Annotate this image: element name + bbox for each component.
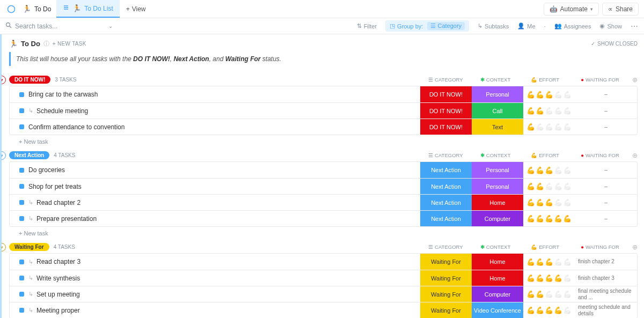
task-row[interactable]: ↳Meeting properWaiting ForVideo Conferen… bbox=[10, 302, 637, 318]
waiting-for-cell[interactable]: finish chapter 2 bbox=[575, 254, 637, 270]
category-cell[interactable]: Next Action bbox=[420, 162, 472, 178]
collapse-group-button[interactable]: ▾ bbox=[0, 243, 6, 252]
effort-cell[interactable]: 💪💪💪💪💪 bbox=[523, 195, 575, 210]
effort-cell[interactable]: 💪💪💪💪💪 bbox=[523, 270, 575, 286]
collapse-group-button[interactable]: ▾ bbox=[0, 76, 6, 84]
me-button[interactable]: 👤 Me bbox=[517, 23, 535, 29]
task-row[interactable]: ↳Write synthesisWaiting ForHome💪💪💪💪💪fini… bbox=[10, 270, 637, 286]
effort-cell[interactable]: 💪💪💪💪💪 bbox=[523, 119, 575, 135]
context-cell[interactable]: Personal bbox=[472, 162, 523, 178]
category-cell[interactable]: Waiting For bbox=[420, 286, 472, 302]
col-category[interactable]: ☰CATEGORY bbox=[421, 76, 471, 84]
effort-cell[interactable]: 💪💪💪💪💪 bbox=[523, 86, 575, 102]
task-row[interactable]: ↳Set up meetingWaiting ForComputer💪💪💪💪💪f… bbox=[10, 286, 637, 302]
home-circle-icon[interactable] bbox=[5, 3, 17, 15]
status-square[interactable] bbox=[19, 308, 24, 313]
context-cell[interactable]: Personal bbox=[472, 86, 523, 102]
status-square[interactable] bbox=[19, 184, 24, 189]
category-cell[interactable]: Next Action bbox=[420, 195, 472, 210]
automate-button[interactable]: 🤖 Automate ▾ bbox=[544, 3, 599, 16]
waiting-for-cell[interactable]: finish chapter 3 bbox=[575, 270, 637, 286]
task-row[interactable]: ↳Prepare presentationNext ActionComputer… bbox=[10, 210, 637, 226]
filter-button[interactable]: ⇅ Filter bbox=[357, 23, 377, 29]
col-effort[interactable]: 💪EFFORT bbox=[520, 152, 570, 159]
effort-cell[interactable]: 💪💪💪💪💪 bbox=[523, 302, 575, 318]
status-square[interactable] bbox=[19, 92, 24, 97]
waiting-for-cell[interactable]: – bbox=[575, 195, 637, 210]
task-row[interactable]: Do groceriesNext ActionPersonal💪💪💪💪💪– bbox=[10, 162, 637, 178]
col-effort[interactable]: 💪EFFORT bbox=[520, 243, 570, 251]
share-button[interactable]: ∝ Share bbox=[602, 3, 639, 16]
waiting-for-cell[interactable]: – bbox=[575, 119, 637, 135]
status-pill[interactable]: Next Action bbox=[9, 151, 49, 159]
status-square[interactable] bbox=[19, 108, 24, 113]
col-effort[interactable]: 💪EFFORT bbox=[520, 76, 570, 84]
col-context[interactable]: ✱CONTEXT bbox=[471, 152, 521, 159]
new-task-button[interactable]: + New task bbox=[19, 138, 638, 145]
task-title[interactable]: Set up meeting bbox=[36, 291, 80, 298]
task-row[interactable]: ↳Read chapter 2Next ActionHome💪💪💪💪💪– bbox=[10, 194, 637, 210]
col-waiting[interactable]: ●WAITING FOR bbox=[570, 243, 630, 251]
status-square[interactable] bbox=[19, 260, 24, 264]
status-pill[interactable]: Waiting For bbox=[9, 243, 49, 251]
status-square[interactable] bbox=[19, 124, 24, 129]
add-column-button[interactable]: ⊕ bbox=[632, 76, 638, 84]
effort-cell[interactable]: 💪💪💪💪💪 bbox=[523, 162, 575, 178]
waiting-for-cell[interactable]: – bbox=[575, 103, 637, 119]
category-cell[interactable]: DO IT NOW! bbox=[420, 103, 472, 119]
category-cell[interactable]: Waiting For bbox=[420, 302, 472, 318]
task-title[interactable]: Meeting proper bbox=[36, 307, 80, 314]
show-closed-button[interactable]: ✓ SHOW CLOSED bbox=[591, 41, 638, 47]
task-title[interactable]: Shop for pet treats bbox=[28, 183, 82, 190]
new-task-button[interactable]: + New task bbox=[19, 230, 638, 236]
show-button[interactable]: ◉ Show bbox=[599, 23, 622, 29]
context-cell[interactable]: Home bbox=[472, 270, 523, 286]
task-title[interactable]: Confirm attendance to convention bbox=[28, 123, 125, 131]
tab-to-do-list[interactable]: 🏃 To Do List bbox=[56, 0, 119, 18]
context-cell[interactable]: Home bbox=[472, 254, 523, 270]
effort-cell[interactable]: 💪💪💪💪💪 bbox=[523, 254, 575, 270]
col-waiting[interactable]: ●WAITING FOR bbox=[570, 152, 630, 159]
status-square[interactable] bbox=[19, 276, 24, 280]
task-row[interactable]: Shop for pet treatsNext ActionPersonal💪💪… bbox=[10, 178, 637, 194]
task-row[interactable]: ↳Schedule meetingDO IT NOW!Call💪💪💪💪💪– bbox=[10, 102, 637, 119]
task-title[interactable]: Write synthesis bbox=[36, 275, 80, 282]
assignees-button[interactable]: 👥 Assignees bbox=[554, 23, 591, 29]
effort-cell[interactable]: 💪💪💪💪💪 bbox=[523, 103, 575, 119]
effort-cell[interactable]: 💪💪💪💪💪 bbox=[523, 286, 575, 302]
more-options-button[interactable]: ⋯ bbox=[631, 22, 639, 31]
col-category[interactable]: ☰CATEGORY bbox=[421, 152, 471, 159]
status-square[interactable] bbox=[19, 200, 24, 205]
context-cell[interactable]: Computer bbox=[472, 286, 523, 302]
waiting-for-cell[interactable]: meeting schedule and details bbox=[575, 302, 637, 318]
effort-cell[interactable]: 💪💪💪💪💪 bbox=[523, 179, 575, 194]
task-row[interactable]: Bring car to the carwashDO IT NOW!Person… bbox=[10, 86, 637, 102]
col-context[interactable]: ✱CONTEXT bbox=[471, 243, 521, 251]
waiting-for-cell[interactable]: – bbox=[575, 162, 637, 178]
task-title[interactable]: Read chapter 3 bbox=[36, 258, 80, 265]
task-title[interactable]: Read chapter 2 bbox=[36, 199, 80, 206]
context-cell[interactable]: Text bbox=[472, 119, 523, 135]
space-title[interactable]: 🏃 To Do bbox=[17, 0, 56, 18]
context-cell[interactable]: Call bbox=[472, 103, 523, 119]
context-cell[interactable]: Computer bbox=[472, 211, 523, 226]
category-cell[interactable]: Next Action bbox=[420, 211, 472, 226]
context-cell[interactable]: Video Conference bbox=[472, 302, 523, 318]
task-title[interactable]: Schedule meeting bbox=[36, 107, 88, 115]
status-square[interactable] bbox=[19, 168, 24, 173]
waiting-for-cell[interactable]: final meeting schedule and ... bbox=[575, 286, 637, 302]
effort-cell[interactable]: 💪💪💪💪💪 bbox=[523, 211, 575, 226]
waiting-for-cell[interactable]: – bbox=[575, 179, 637, 194]
category-cell[interactable]: Waiting For bbox=[420, 254, 472, 270]
context-cell[interactable]: Personal bbox=[472, 179, 523, 194]
subtasks-button[interactable]: ↳ Subtasks bbox=[478, 23, 509, 29]
task-title[interactable]: Prepare presentation bbox=[36, 215, 97, 223]
category-cell[interactable]: DO IT NOW! bbox=[420, 119, 472, 135]
status-pill[interactable]: DO IT NOW! bbox=[9, 76, 50, 84]
col-context[interactable]: ✱CONTEXT bbox=[471, 76, 521, 84]
group-by-button[interactable]: ◳ Group by: ☰ Category bbox=[385, 20, 469, 32]
status-square[interactable] bbox=[19, 216, 24, 221]
status-square[interactable] bbox=[19, 292, 24, 297]
collapse-group-button[interactable]: ▾ bbox=[0, 151, 6, 160]
add-view-button[interactable]: + View bbox=[120, 5, 152, 13]
